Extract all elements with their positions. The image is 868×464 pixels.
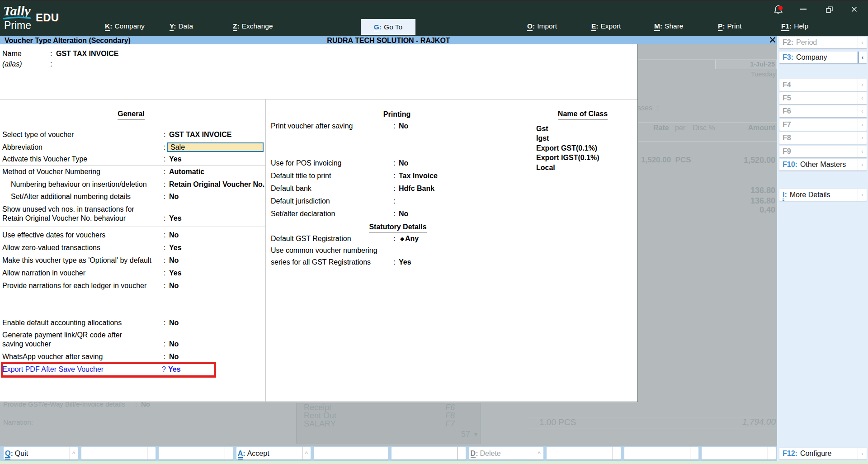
svg-text:EDU: EDU [36,12,59,24]
svg-text:Tally: Tally [3,3,31,18]
svg-text:Prime: Prime [4,19,31,31]
